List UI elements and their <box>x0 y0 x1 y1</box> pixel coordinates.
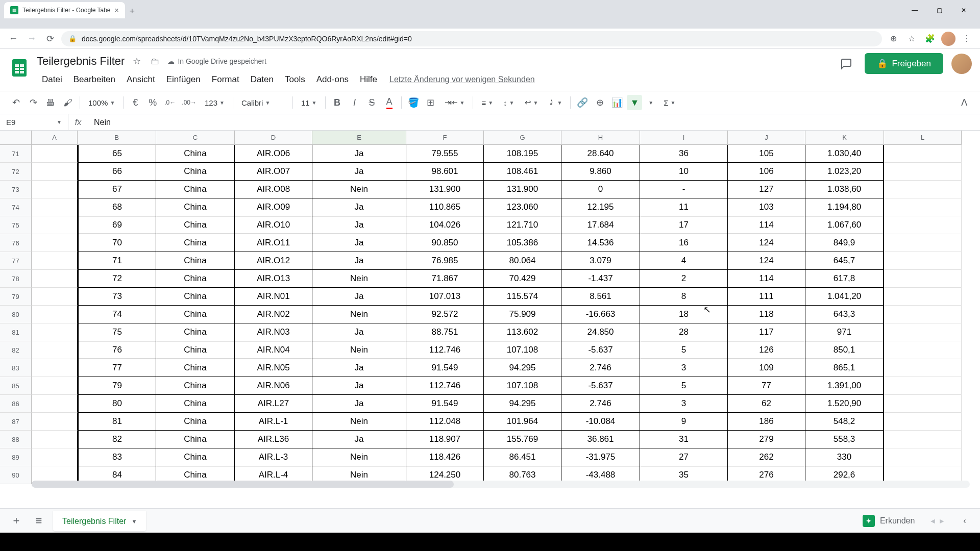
cell[interactable] <box>32 413 78 431</box>
cell[interactable] <box>884 323 962 341</box>
italic-button[interactable]: I <box>347 95 362 110</box>
cell[interactable]: 16 <box>640 234 728 252</box>
cell[interactable]: 73 <box>78 288 156 306</box>
spreadsheet-grid[interactable]: ABCDEFGHIJKL 717273747576777879808182838… <box>0 131 980 488</box>
menu-view[interactable]: Ansicht <box>121 72 160 87</box>
column-header-G[interactable]: G <box>484 131 561 145</box>
cell[interactable]: 72 <box>78 270 156 288</box>
menu-addons[interactable]: Add-ons <box>311 72 354 87</box>
cell[interactable]: 103 <box>728 198 805 216</box>
zoom-icon[interactable]: ⊕ <box>886 32 900 46</box>
star-icon[interactable]: ☆ <box>131 55 143 67</box>
column-header-D[interactable]: D <box>235 131 312 145</box>
cell[interactable]: 1.038,60 <box>805 181 884 198</box>
menu-edit[interactable]: Bearbeiten <box>68 72 120 87</box>
cell[interactable] <box>32 181 78 198</box>
cell[interactable]: 79.555 <box>406 145 484 163</box>
cell[interactable]: Ja <box>312 198 406 216</box>
cell[interactable]: 67 <box>78 181 156 198</box>
fill-color-button[interactable]: 🪣 <box>406 95 421 110</box>
cell[interactable] <box>32 216 78 234</box>
cell[interactable]: 31 <box>640 431 728 448</box>
column-header-K[interactable]: K <box>805 131 884 145</box>
cell[interactable] <box>884 306 962 323</box>
maximize-icon[interactable]: ▢ <box>929 4 949 16</box>
cell[interactable]: 17 <box>640 216 728 234</box>
cell[interactable]: 0 <box>561 181 640 198</box>
cell[interactable]: 123.060 <box>484 198 561 216</box>
cell[interactable]: 28 <box>640 323 728 341</box>
cell[interactable]: China <box>156 270 235 288</box>
reload-button[interactable]: ⟳ <box>43 32 57 46</box>
column-header-A[interactable]: A <box>32 131 78 145</box>
cell[interactable] <box>884 288 962 306</box>
name-box[interactable]: E9 ▼ <box>0 114 68 130</box>
menu-file[interactable]: Datei <box>37 72 67 87</box>
cell[interactable]: 1.041,20 <box>805 288 884 306</box>
percent-button[interactable]: % <box>145 95 160 110</box>
cell[interactable] <box>884 234 962 252</box>
cell[interactable]: China <box>156 431 235 448</box>
row-header[interactable]: 73 <box>0 181 32 198</box>
cell[interactable]: Ja <box>312 252 406 270</box>
select-all-corner[interactable] <box>0 131 32 145</box>
cell[interactable]: 2.746 <box>561 359 640 377</box>
column-header-J[interactable]: J <box>728 131 805 145</box>
cell[interactable]: 1.520,90 <box>805 395 884 413</box>
row-header[interactable]: 89 <box>0 448 32 466</box>
minimize-icon[interactable]: ― <box>904 4 925 16</box>
row-header[interactable]: 74 <box>0 198 32 216</box>
cell[interactable]: 645,7 <box>805 252 884 270</box>
cell[interactable] <box>32 306 78 323</box>
cell[interactable]: AIR.L-3 <box>235 448 312 466</box>
cell[interactable] <box>32 270 78 288</box>
row-header[interactable]: 80 <box>0 306 32 323</box>
cell[interactable]: Nein <box>312 306 406 323</box>
cell[interactable]: 155.769 <box>484 431 561 448</box>
cell[interactable]: Ja <box>312 163 406 181</box>
cell[interactable] <box>32 448 78 466</box>
merge-button[interactable]: ⇥⇤▼ <box>440 95 469 110</box>
cell[interactable]: 114 <box>728 270 805 288</box>
cell[interactable]: China <box>156 252 235 270</box>
cell[interactable] <box>884 198 962 216</box>
cell[interactable]: -16.663 <box>561 306 640 323</box>
cell[interactable]: 3.079 <box>561 252 640 270</box>
cell[interactable] <box>884 252 962 270</box>
cell[interactable]: 83 <box>78 448 156 466</box>
filter-button[interactable]: ▼ <box>627 95 642 110</box>
cell[interactable]: China <box>156 359 235 377</box>
cell[interactable]: AIR.O07 <box>235 163 312 181</box>
cell[interactable] <box>32 163 78 181</box>
cell[interactable]: 643,3 <box>805 306 884 323</box>
cell[interactable]: 88.751 <box>406 323 484 341</box>
column-header-F[interactable]: F <box>406 131 484 145</box>
url-field[interactable]: 🔒 docs.google.com/spreadsheets/d/10TVamq… <box>61 31 882 46</box>
cell[interactable]: 5 <box>640 341 728 359</box>
cell[interactable] <box>32 431 78 448</box>
cell[interactable]: 70 <box>78 234 156 252</box>
cell[interactable]: 80 <box>78 395 156 413</box>
cell[interactable]: 18 <box>640 306 728 323</box>
cell[interactable]: 5 <box>640 377 728 395</box>
user-avatar[interactable] <box>951 54 972 74</box>
add-sheet-button[interactable]: + <box>8 513 24 529</box>
browser-menu-icon[interactable]: ⋮ <box>960 32 974 46</box>
cell[interactable]: 262 <box>728 448 805 466</box>
cell[interactable]: -10.084 <box>561 413 640 431</box>
cell[interactable]: Ja <box>312 234 406 252</box>
cell[interactable]: 98.601 <box>406 163 484 181</box>
cell[interactable]: -1.437 <box>561 270 640 288</box>
cell[interactable] <box>884 216 962 234</box>
cell[interactable]: 65 <box>78 145 156 163</box>
close-window-icon[interactable]: ✕ <box>953 4 974 16</box>
cell[interactable] <box>32 288 78 306</box>
cell[interactable]: China <box>156 163 235 181</box>
cell[interactable]: 3 <box>640 395 728 413</box>
cell[interactable]: Ja <box>312 216 406 234</box>
cell[interactable]: 70.429 <box>484 270 561 288</box>
cell[interactable]: China <box>156 448 235 466</box>
cell[interactable] <box>32 234 78 252</box>
share-button[interactable]: 🔒 Freigeben <box>865 53 943 74</box>
cell[interactable] <box>884 359 962 377</box>
